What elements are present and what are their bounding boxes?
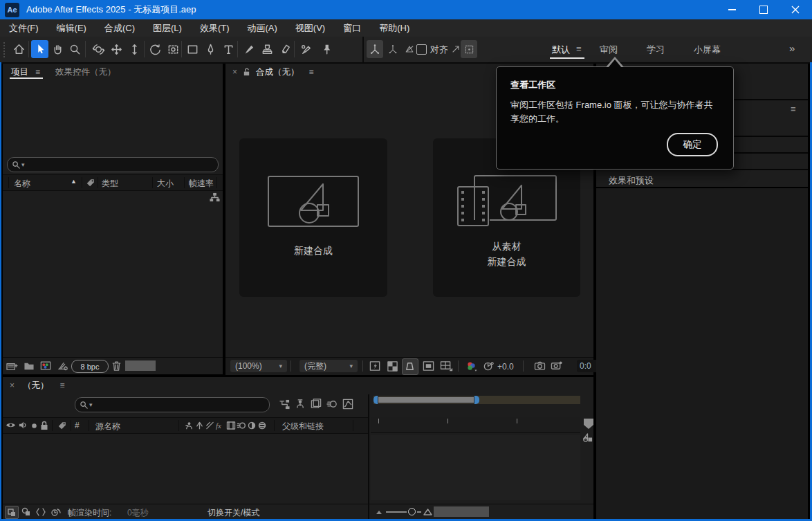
brush-tool[interactable] (241, 40, 258, 58)
timeline-navigator-bar[interactable] (373, 396, 580, 404)
column-frame-rate[interactable]: 帧速率 (189, 178, 214, 190)
new-composition-card[interactable]: 新建合成 (239, 138, 387, 297)
zoom-out-mountain-icon[interactable] (376, 509, 382, 515)
adjustment-layer-column-icon[interactable] (246, 420, 257, 431)
column-parent-link[interactable]: 父级和链接 (282, 421, 324, 432)
expand-render-time-button[interactable] (50, 507, 62, 517)
local-axis-mode-button[interactable] (367, 40, 383, 58)
expand-transfer-controls-button[interactable] (21, 507, 31, 517)
expand-layer-switches-button[interactable] (5, 506, 19, 519)
comp-button-icon[interactable] (581, 432, 593, 444)
fast-preview-icon[interactable] (369, 360, 381, 372)
menu-animation[interactable]: 动画(A) (239, 19, 286, 37)
audio-column-icon[interactable] (19, 421, 28, 430)
world-axis-mode-button[interactable] (385, 40, 401, 58)
workspace-tab-review[interactable]: 审阅 (600, 44, 618, 56)
zoom-in-mountain-icon[interactable] (423, 508, 432, 515)
comp-mini-flowchart-icon[interactable] (279, 399, 290, 410)
grid-guides-options-icon[interactable] (440, 360, 453, 372)
selection-tool[interactable] (31, 40, 48, 58)
snap-options-icon[interactable] (450, 44, 461, 55)
region-of-interest-icon[interactable] (423, 360, 434, 372)
video-visibility-column-icon[interactable] (6, 421, 16, 429)
timecode-display[interactable]: 0:0 (577, 360, 596, 372)
search-scope-chevron-icon[interactable]: ▾ (21, 161, 25, 168)
effects-column-icon[interactable]: fx (215, 420, 225, 431)
project-settings-icon[interactable] (57, 360, 68, 372)
tab-project[interactable]: 项目 (11, 66, 28, 78)
workspace-tab-learn[interactable]: 学习 (647, 44, 665, 56)
graph-editor-icon[interactable] (342, 399, 353, 410)
column-type[interactable]: 类型 (102, 178, 118, 190)
effects-presets-panel-tab[interactable]: 效果和预设 (609, 174, 654, 187)
column-size[interactable]: 大小 (157, 178, 174, 190)
menu-help[interactable]: 帮助(H) (370, 19, 418, 37)
timeline-search-input[interactable]: ▾ (75, 397, 270, 412)
zoom-tool[interactable] (66, 40, 84, 58)
rectangle-tool[interactable] (184, 40, 201, 58)
eraser-tool[interactable] (277, 40, 294, 58)
menu-composition[interactable]: 合成(C) (95, 19, 144, 37)
resolution-dropdown[interactable]: (完整) ▾ (299, 360, 358, 372)
toolbar-grip[interactable] (2, 42, 6, 58)
timeline-tab-title[interactable]: （无） (23, 380, 49, 392)
search-scope-chevron-icon[interactable]: ▾ (89, 401, 93, 408)
draft-3d-icon[interactable] (295, 399, 306, 410)
close-button[interactable] (779, 0, 812, 19)
menu-layer[interactable]: 图层(L) (144, 19, 191, 37)
workspace-tab-default[interactable]: 默认 (552, 44, 570, 56)
trash-icon[interactable] (111, 360, 122, 372)
tooltip-ok-button[interactable]: 确定 (667, 133, 718, 156)
3d-layer-column-icon[interactable] (257, 420, 267, 431)
shy-column-icon[interactable] (184, 420, 194, 431)
timeline-track-area[interactable] (371, 435, 580, 500)
hand-tool[interactable] (49, 40, 66, 58)
expand-in-out-button[interactable] (36, 507, 46, 517)
dolly-camera-tool[interactable] (126, 40, 143, 58)
project-flowchart-icon[interactable] (210, 192, 220, 203)
rotate-tool[interactable] (147, 40, 164, 58)
project-bottom-scroll-thumb[interactable] (125, 360, 156, 371)
menu-view[interactable]: 视图(V) (286, 19, 334, 37)
navigator-end-handle[interactable] (474, 396, 479, 404)
view-axis-mode-button[interactable] (401, 40, 418, 58)
exposure-value[interactable]: +0.0 (497, 362, 514, 372)
menu-file[interactable]: 文件(F) (0, 19, 48, 37)
timeline-close-icon[interactable]: × (10, 381, 15, 390)
composition-tab-title[interactable]: 合成（无） (256, 66, 299, 78)
channel-settings-icon[interactable] (465, 360, 478, 373)
workspace-overflow-chevron[interactable]: » (789, 42, 795, 54)
comp-marker-bin-icon[interactable] (583, 418, 594, 430)
zoom-slider-handle[interactable] (408, 508, 416, 515)
timeline-panel-menu-icon[interactable]: ≡ (60, 381, 65, 390)
navigator-thumb[interactable] (378, 396, 474, 403)
bit-depth-button[interactable]: 8 bpc (71, 360, 109, 373)
menu-effect[interactable]: 效果(T) (191, 19, 239, 37)
menu-window[interactable]: 窗口 (334, 19, 370, 37)
composition-close-icon[interactable]: × (232, 67, 237, 77)
camera-tool[interactable] (165, 40, 182, 58)
pen-tool[interactable] (202, 40, 219, 58)
new-composition-icon[interactable] (40, 360, 51, 372)
clone-stamp-tool[interactable] (259, 40, 276, 58)
time-ruler[interactable] (371, 417, 580, 433)
toggle-switches-modes-button[interactable]: 切换开关/模式 (207, 507, 259, 519)
minimize-button[interactable] (717, 0, 748, 19)
timeline-vertical-divider[interactable] (368, 394, 369, 519)
orbit-camera-tool[interactable] (90, 40, 107, 58)
motion-blur-column-icon[interactable] (236, 420, 246, 431)
type-tool[interactable] (220, 40, 237, 58)
project-panel-menu-icon[interactable]: ≡ (35, 67, 40, 77)
frame-blend-column-icon[interactable] (225, 420, 236, 431)
maximize-button[interactable] (748, 0, 779, 19)
frame-blend-icon[interactable] (311, 399, 322, 410)
label-column-icon[interactable] (57, 421, 67, 430)
timeline-horizontal-scrollbar[interactable] (434, 506, 489, 517)
new-folder-icon[interactable] (24, 361, 35, 371)
unlock-icon[interactable] (243, 68, 250, 77)
show-snapshot-icon[interactable] (551, 360, 563, 372)
home-tool[interactable] (10, 40, 28, 58)
menu-edit[interactable]: 编辑(E) (48, 19, 95, 37)
puppet-pin-tool[interactable] (318, 40, 335, 58)
workspace-tab-small-screen[interactable]: 小屏幕 (694, 44, 721, 56)
